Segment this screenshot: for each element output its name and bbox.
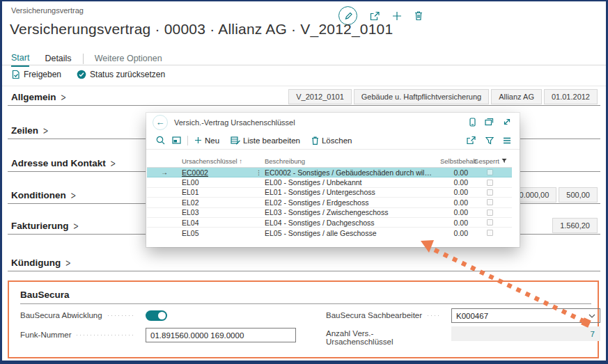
anzahl-value[interactable]: 7 xyxy=(591,330,595,338)
blocked-checkbox[interactable] xyxy=(487,209,493,216)
row-key-link[interactable]: EC0002 xyxy=(182,168,253,177)
column-blocked[interactable]: Gesperrt xyxy=(474,157,511,165)
expand-icon[interactable] xyxy=(503,118,511,126)
section-adresse-kontakt[interactable]: Adresse und Kontakt xyxy=(11,158,116,168)
column-deductible[interactable]: Selbstbehalt xyxy=(440,157,468,165)
column-filter-icon xyxy=(501,158,507,164)
row-key-link[interactable]: EL01 xyxy=(182,188,253,196)
table-row[interactable]: EL05 EL05 - Sonstiges / alle Geschosse 0… xyxy=(147,228,512,237)
page-title: Versicherungsvertrag · 00003 · Allianz A… xyxy=(10,21,393,38)
search-icon[interactable] xyxy=(156,136,165,145)
table-row[interactable]: EC0002 EC0002 - Sonstiges / Gebäudeschäd… xyxy=(147,168,512,177)
funknummer-label: Funk-Nummer xyxy=(20,331,71,339)
action-bar: Freigeben Status zurücksetzen xyxy=(11,70,165,79)
status-reset-icon xyxy=(77,70,86,79)
column-key[interactable]: Ursachenschlüssel xyxy=(182,157,253,165)
row-deductible: 0.00 xyxy=(440,208,468,216)
table-row[interactable]: EL01 EL01 - Sonstiges / Untergeschoss 0.… xyxy=(147,188,512,198)
table-row[interactable]: EL00 EL00 - Sonstiges / Unbekannt 0.00 xyxy=(147,177,512,187)
release-button[interactable]: Freigeben xyxy=(11,70,61,79)
row-deductible: 0.00 xyxy=(440,178,468,187)
tab-divider xyxy=(83,54,84,64)
sachbearbeiter-dropdown[interactable]: K000467 xyxy=(451,308,600,323)
anzahl-label: Anzahl Vers.-Ursachenschlüssel xyxy=(326,329,435,346)
abwicklung-toggle[interactable] xyxy=(146,310,167,321)
bausecura-title: BauSecura xyxy=(20,290,70,300)
breadcrumb[interactable]: Versicherungsvertrag xyxy=(11,6,84,15)
table-body: EC0002 EC0002 - Sonstiges / Gebäudeschäd… xyxy=(147,168,512,238)
row-description: EC0002 - Sonstiges / Gebäudeschäden durc… xyxy=(265,168,440,177)
bausecura-rule xyxy=(20,303,591,304)
share-icon[interactable] xyxy=(369,10,380,22)
dotted-leader xyxy=(77,335,134,335)
section-line xyxy=(8,105,600,106)
summary-insurer: Allianz AG xyxy=(491,89,542,104)
filter-icon[interactable] xyxy=(485,136,494,145)
row-description: EL02 - Sonstiges / Erdgeschoss xyxy=(265,198,440,207)
section-zeilen[interactable]: Zeilen xyxy=(11,125,48,136)
plus-icon xyxy=(194,136,202,144)
blocked-checkbox[interactable] xyxy=(487,199,493,205)
share-icon[interactable] xyxy=(466,136,476,145)
open-in-window-icon[interactable] xyxy=(485,118,494,126)
row-description: EL01 - Sonstiges / Untergeschoss xyxy=(265,188,440,196)
table-row[interactable]: EL02 EL02 - Sonstiges / Erdgeschoss 0.00 xyxy=(147,198,512,207)
summary-contract-no: V_2012_0101 xyxy=(288,89,352,104)
row-key-link[interactable]: EL02 xyxy=(182,198,253,207)
row-key-link[interactable]: EL05 xyxy=(182,229,253,237)
section-kuendigung[interactable]: Kündigung xyxy=(11,258,70,268)
section-allgemein[interactable]: Allgemein xyxy=(11,92,66,102)
delete-button[interactable]: Löschen xyxy=(311,136,352,145)
blocked-checkbox[interactable] xyxy=(487,169,493,175)
new-button[interactable]: Neu xyxy=(194,136,219,145)
toolbar-rule xyxy=(146,149,520,150)
sachbearbeiter-label: BauSecura Sachbearbeiter xyxy=(326,311,422,319)
row-description: EL00 - Sonstiges / Unbekannt xyxy=(265,178,440,187)
blocked-checkbox[interactable] xyxy=(487,180,493,186)
allgemein-summary: V_2012_0101 Gebäude u. Haftpflichtversic… xyxy=(288,89,598,104)
row-description: EL03 - Sonstiges / Zwischengeschoss xyxy=(265,208,440,216)
row-options-icon[interactable] xyxy=(253,169,265,176)
section-fakturierung[interactable]: Fakturierung xyxy=(11,221,79,231)
add-icon[interactable] xyxy=(392,11,402,21)
row-key-link[interactable]: EL00 xyxy=(182,178,253,187)
funknummer-input[interactable] xyxy=(146,328,296,342)
dialog-header: Versich.-Vertrag Ursachenschlüssel xyxy=(146,113,520,132)
dotted-leader xyxy=(428,315,440,316)
row-key-link[interactable]: EL03 xyxy=(182,208,253,216)
switch-view-icon[interactable] xyxy=(172,136,181,145)
dialog-toolbar: Neu Liste bearbeiten Löschen xyxy=(146,132,520,149)
table-header: Ursachenschlüssel Beschreibung Selbstbeh… xyxy=(147,155,512,167)
blocked-checkbox[interactable] xyxy=(487,230,493,236)
row-deductible: 0.00 xyxy=(440,198,468,207)
current-row-arrow-icon xyxy=(147,168,182,176)
anzahl-drilldown-field[interactable]: 7 xyxy=(451,326,600,341)
reset-status-button[interactable]: Status zurücksetzen xyxy=(77,70,165,79)
back-icon[interactable] xyxy=(153,115,168,130)
column-description[interactable]: Beschreibung xyxy=(265,157,440,165)
table-row[interactable]: EL03 EL03 - Sonstiges / Zwischengeschoss… xyxy=(147,208,512,218)
summary-deductible: 500,00 xyxy=(559,187,598,203)
summary-start-date: 01.01.2012 xyxy=(544,89,598,104)
row-description: EL04 - Sonstiges / Dachgeschoss xyxy=(265,219,440,227)
edit-list-icon xyxy=(231,136,240,145)
sachbearbeiter-value: K000467 xyxy=(456,312,588,320)
row-key-link[interactable]: EL04 xyxy=(182,219,253,227)
blocked-checkbox[interactable] xyxy=(487,219,493,225)
edit-list-button[interactable]: Liste bearbeiten xyxy=(231,136,300,145)
dotted-leader xyxy=(108,315,134,316)
app-window: Versicherungsvertrag Versicherungsvertra… xyxy=(0,0,608,364)
table-row[interactable]: EL04 EL04 - Sonstiges / Dachgeschoss 0.0… xyxy=(147,218,512,228)
list-menu-icon[interactable] xyxy=(503,137,511,144)
toggle-knob xyxy=(158,312,166,319)
bookmark-icon[interactable] xyxy=(469,118,476,127)
section-line xyxy=(8,271,600,271)
document-check-icon xyxy=(11,70,20,79)
row-deductible: 0.00 xyxy=(440,168,468,177)
section-konditionen[interactable]: Konditionen xyxy=(11,190,76,200)
abwicklung-label: BauSecura Abwicklung xyxy=(20,311,102,319)
delete-icon[interactable] xyxy=(414,10,423,21)
trash-icon xyxy=(311,136,319,145)
dialog-title: Versich.-Vertrag Ursachenschlüssel xyxy=(174,118,295,127)
blocked-checkbox[interactable] xyxy=(487,189,493,196)
